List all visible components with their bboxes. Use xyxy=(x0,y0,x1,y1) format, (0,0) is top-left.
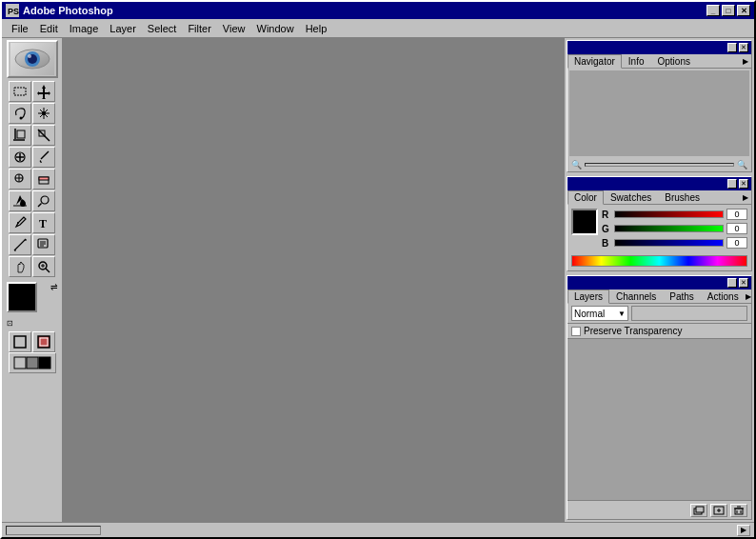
scroll-right-btn[interactable]: ▶ xyxy=(737,525,750,536)
svg-point-8 xyxy=(20,117,23,120)
tab-color[interactable]: Color xyxy=(567,190,604,205)
move-tool[interactable] xyxy=(32,81,55,102)
clone-tool[interactable] xyxy=(9,169,31,190)
color-spectrum[interactable] xyxy=(571,255,747,267)
right-panels: _ ✕ Navigator Info Options ▶ 🔍 🔍 xyxy=(564,38,754,522)
b-slider[interactable] xyxy=(614,239,724,247)
color-menu-arrow[interactable]: ▶ xyxy=(740,190,751,204)
lasso-tool[interactable] xyxy=(9,103,31,124)
navigator-minimize-btn[interactable]: _ xyxy=(727,43,737,52)
main-window: PS Adobe Photoshop _ □ ✕ File Edit Image… xyxy=(0,0,756,539)
svg-rect-48 xyxy=(27,357,38,369)
annotation-tool[interactable] xyxy=(32,234,55,255)
new-layer-btn[interactable] xyxy=(710,504,727,517)
marquee-tool[interactable] xyxy=(9,81,31,102)
menu-view[interactable]: View xyxy=(217,21,251,36)
svg-line-30 xyxy=(38,204,42,208)
color-fg-swatch[interactable] xyxy=(571,209,598,235)
screen-mode-button[interactable] xyxy=(9,352,56,373)
quick-mask-button[interactable] xyxy=(32,331,55,352)
zoom-in-icon[interactable]: 🔍 xyxy=(737,160,747,170)
layers-minimize-btn[interactable]: _ xyxy=(727,278,737,288)
tab-options[interactable]: Options xyxy=(651,54,697,68)
dodge-tool[interactable] xyxy=(32,190,55,211)
color-content: R 0 G 0 B xyxy=(567,205,751,270)
new-layer-set-btn[interactable] xyxy=(690,504,707,517)
layers-menu-arrow[interactable]: ▶ xyxy=(746,289,751,303)
menu-file[interactable]: File xyxy=(6,21,34,36)
menu-filter[interactable]: Filter xyxy=(182,21,216,36)
menu-bar: File Edit Image Layer Select Filter View… xyxy=(2,19,754,38)
menu-select[interactable]: Select xyxy=(142,21,183,36)
close-button[interactable]: ✕ xyxy=(737,5,750,16)
mode-row xyxy=(9,331,55,352)
brush-tool[interactable] xyxy=(32,147,55,168)
preserve-transparency-label: Preserve Transparency xyxy=(584,326,682,336)
tab-swatches[interactable]: Swatches xyxy=(604,190,658,204)
navigator-slider-row: 🔍 🔍 xyxy=(567,158,751,171)
layers-close-btn[interactable]: ✕ xyxy=(739,278,748,288)
delete-layer-btn[interactable] xyxy=(730,504,747,517)
b-value[interactable]: 0 xyxy=(726,237,747,249)
fill-tool[interactable] xyxy=(9,190,31,211)
preserve-transparency-checkbox[interactable] xyxy=(571,327,581,336)
hand-tool[interactable] xyxy=(9,256,31,277)
tab-info[interactable]: Info xyxy=(622,54,651,68)
standard-mode-button[interactable] xyxy=(9,331,31,352)
tab-navigator[interactable]: Navigator xyxy=(567,54,622,69)
pen-tool[interactable] xyxy=(9,212,31,233)
tool-row-2 xyxy=(9,103,55,124)
zoom-slider[interactable] xyxy=(585,163,734,167)
menu-window[interactable]: Window xyxy=(251,21,300,36)
color-sliders: R 0 G 0 B xyxy=(602,209,747,251)
layers-toolbar: Normal ▼ xyxy=(567,304,751,324)
progress-bar xyxy=(6,526,101,535)
navigator-menu-arrow[interactable]: ▶ xyxy=(740,54,751,68)
heal-tool[interactable] xyxy=(9,147,31,168)
layers-tabs: Layers Channels Paths Actions ▶ xyxy=(567,289,751,304)
measure-tool[interactable] xyxy=(9,234,31,255)
swap-colors-icon[interactable]: ⇌ xyxy=(50,282,58,291)
maximize-button[interactable]: □ xyxy=(722,5,735,16)
zoom-out-icon[interactable]: 🔍 xyxy=(571,160,582,170)
g-slider[interactable] xyxy=(614,225,724,232)
left-toolbar: T xyxy=(2,38,63,522)
color-minimize-btn[interactable]: _ xyxy=(727,179,737,189)
menu-help[interactable]: Help xyxy=(300,21,333,36)
tab-paths[interactable]: Paths xyxy=(663,289,701,303)
menu-edit[interactable]: Edit xyxy=(34,21,64,36)
color-title-bar: _ ✕ xyxy=(567,177,751,190)
tab-layers[interactable]: Layers xyxy=(567,289,609,304)
blend-mode-dropdown[interactable]: Normal ▼ xyxy=(571,306,628,321)
tool-row-7: T xyxy=(9,212,55,233)
opacity-control[interactable] xyxy=(631,306,747,321)
default-colors-icon[interactable]: ⊡ xyxy=(7,319,13,328)
color-tabs: Color Swatches Brushes ▶ xyxy=(567,190,751,205)
tab-actions[interactable]: Actions xyxy=(701,289,746,303)
tab-brushes[interactable]: Brushes xyxy=(658,190,706,204)
title-bar-left: PS Adobe Photoshop xyxy=(6,4,113,17)
tool-row-1 xyxy=(9,81,55,102)
minimize-button[interactable]: _ xyxy=(706,5,720,16)
crop-tool[interactable] xyxy=(9,125,31,146)
ps-logo xyxy=(7,40,58,78)
foreground-color-swatch[interactable] xyxy=(7,282,37,312)
r-value[interactable]: 0 xyxy=(726,209,747,220)
r-slider[interactable] xyxy=(614,210,724,218)
menu-layer[interactable]: Layer xyxy=(104,21,142,36)
eraser-tool[interactable] xyxy=(32,169,55,190)
app-icon: PS xyxy=(6,4,19,17)
magic-wand-tool[interactable] xyxy=(32,103,55,124)
g-value[interactable]: 0 xyxy=(726,223,747,234)
menu-image[interactable]: Image xyxy=(64,21,105,36)
navigator-close-btn[interactable]: ✕ xyxy=(739,43,748,52)
navigator-title-bar: _ ✕ xyxy=(567,41,751,54)
color-close-btn[interactable]: ✕ xyxy=(739,179,748,189)
svg-rect-6 xyxy=(14,88,26,95)
tool-row-3 xyxy=(9,125,55,146)
slice-tool[interactable] xyxy=(32,125,55,146)
g-label: G xyxy=(602,224,611,234)
tab-channels[interactable]: Channels xyxy=(609,289,663,303)
text-tool[interactable]: T xyxy=(32,212,55,233)
zoom-tool[interactable] xyxy=(32,256,55,277)
